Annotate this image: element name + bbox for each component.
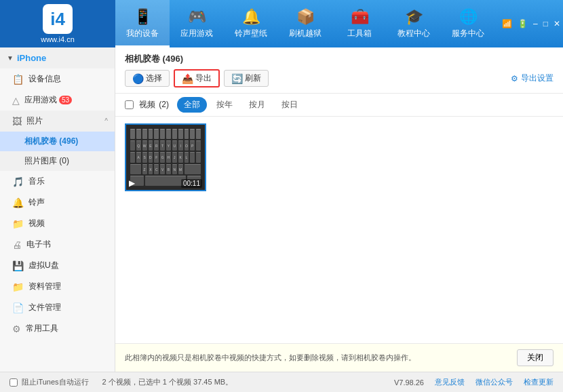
close-icon[interactable]: ✕	[554, 19, 560, 28]
export-settings-button[interactable]: ⚙ 导出设置	[511, 73, 554, 84]
content-area: 相机胶卷 (496) 🔵 选择 📤 导出 🔄 刷新	[115, 47, 563, 372]
content-body: Q W E R T Y U I O P	[115, 117, 563, 343]
sidebar-item-file-mgmt[interactable]: 📁 资料管理	[0, 276, 115, 297]
top-right-icons: 📶 🔋 – □ ✕	[495, 19, 563, 28]
sidebar-item-music[interactable]: 🎵 音乐	[0, 171, 115, 192]
logo-text: www.i4.cn	[41, 35, 75, 43]
update-link[interactable]: 检查更新	[524, 377, 554, 387]
nav-item-toolbox[interactable]: 🧰 工具箱	[332, 0, 387, 47]
content-header: 相机胶卷 (496) 🔵 选择 📤 导出 🔄 刷新	[115, 47, 563, 94]
refresh-button[interactable]: 🔄 刷新	[224, 70, 269, 87]
status-stats: 2 个视频，已选中 1 个视频 37.45 MB。	[102, 377, 233, 387]
logo-icon: i4	[50, 9, 65, 30]
toolbox-icon: 🧰	[351, 8, 369, 26]
sidebar-item-video[interactable]: 📁 视频	[0, 213, 115, 234]
ebook-icon: 🖨	[12, 239, 22, 250]
wifi-icon: 📶	[502, 19, 512, 28]
minimize-icon[interactable]: –	[533, 19, 538, 28]
feedback-link[interactable]: 意见反馈	[435, 377, 465, 387]
export-icon: 📤	[182, 73, 193, 84]
filter-video-label: 视频 (2)	[139, 99, 169, 111]
top-bar: i4 www.i4.cn 📱 我的设备 🎮 应用游戏 🔔 铃声壁纸 📦 刷机越狱…	[0, 0, 563, 47]
udisk-icon: 💾	[12, 260, 24, 271]
nav-item-tutorial[interactable]: 🎓 教程中心	[387, 0, 441, 47]
device-info-icon: 📋	[12, 74, 24, 85]
content-title: 相机胶卷 (496)	[125, 53, 554, 65]
photos-collapse-icon: ^	[104, 117, 108, 125]
tutorial-icon: 🎓	[405, 8, 423, 26]
ringtone-sidebar-icon: 🔔	[12, 197, 24, 208]
sidebar-label-ebook: 电子书	[26, 239, 51, 250]
logo-box: i4	[43, 4, 73, 34]
media-item-video-1[interactable]: Q W E R T Y U I O P	[125, 123, 206, 191]
sidebar-item-udisk[interactable]: 💾 虚拟U盘	[0, 255, 115, 276]
select-button[interactable]: 🔵 选择	[125, 70, 170, 87]
tools-icon: ⚙	[12, 324, 21, 334]
music-icon: 🎵	[12, 176, 24, 187]
itunes-auto-run-checkbox[interactable]	[9, 378, 18, 387]
nav-item-service[interactable]: 🌐 服务中心	[441, 0, 495, 47]
refresh-label: 刷新	[245, 73, 261, 84]
sidebar-item-ringtone[interactable]: 🔔 铃声	[0, 192, 115, 213]
doc-mgmt-icon: 📄	[12, 302, 24, 313]
filter-tab-all[interactable]: 全部	[177, 97, 207, 113]
bottom-info-message: 此相簿内的视频只是相机胶卷中视频的快捷方式，如要删除视频，请到相机胶卷内操作。	[125, 353, 416, 363]
export-button[interactable]: 📤 导出	[174, 69, 220, 87]
nav-label-app-games: 应用游戏	[180, 28, 213, 39]
close-button[interactable]: 关闭	[517, 349, 554, 366]
logo-area: i4 www.i4.cn	[0, 0, 115, 47]
sidebar-label-doc-mgmt: 文件管理	[28, 302, 61, 313]
export-settings-label: 导出设置	[521, 73, 554, 84]
wechat-link[interactable]: 微信公众号	[475, 377, 513, 387]
main-layout: ▼ iPhone 📋 设备信息 △ 应用游戏 53 🖼 照片 ^ 相机胶卷 (4…	[0, 47, 563, 372]
sidebar-label-udisk: 虚拟U盘	[28, 260, 59, 271]
sidebar-item-app-games[interactable]: △ 应用游戏 53	[0, 90, 115, 111]
maximize-icon[interactable]: □	[543, 19, 548, 28]
filter-checkbox[interactable]	[125, 100, 134, 109]
filter-tab-by-day[interactable]: 按日	[275, 97, 305, 113]
nav-item-ringtone[interactable]: 🔔 铃声壁纸	[224, 0, 278, 47]
filter-row: 视频 (2) 全部 按年 按月 按日	[115, 94, 563, 117]
media-grid: Q W E R T Y U I O P	[125, 123, 554, 191]
select-label: 选择	[146, 73, 162, 84]
settings-gear-icon: ⚙	[511, 74, 518, 83]
app-games-badge: 53	[59, 96, 72, 104]
status-right: V7.98.26 意见反馈 微信公众号 检查更新	[394, 377, 554, 387]
jailbreak-icon: 📦	[296, 8, 315, 26]
video-duration: 00:11	[181, 179, 202, 188]
nav-item-my-device[interactable]: 📱 我的设备	[115, 0, 170, 47]
nav-label-tutorial: 教程中心	[397, 28, 430, 39]
phone-icon: 📱	[134, 8, 152, 26]
nav-label-my-device: 我的设备	[126, 28, 159, 39]
export-label: 导出	[195, 73, 212, 84]
sidebar-item-ebook[interactable]: 🖨 电子书	[0, 234, 115, 255]
filter-tab-by-year[interactable]: 按年	[210, 97, 239, 113]
app-games-icon: △	[12, 95, 20, 106]
bottom-info-bar: 此相簿内的视频只是相机胶卷中视频的快捷方式，如要删除视频，请到相机胶卷内操作。 …	[115, 343, 563, 372]
nav-label-ringtone: 铃声壁纸	[235, 28, 267, 39]
sidebar-photos-label[interactable]: 🖼 照片 ^	[0, 111, 115, 132]
filter-tab-by-month[interactable]: 按月	[242, 97, 272, 113]
nav-item-app-games[interactable]: 🎮 应用游戏	[170, 0, 224, 47]
sidebar: ▼ iPhone 📋 设备信息 △ 应用游戏 53 🖼 照片 ^ 相机胶卷 (4…	[0, 47, 115, 372]
select-icon: 🔵	[132, 73, 144, 84]
nav-item-jailbreak[interactable]: 📦 刷机越狱	[278, 0, 332, 47]
sidebar-photos-group: 🖼 照片 ^ 相机胶卷 (496) 照片图库 (0)	[0, 111, 115, 171]
sidebar-label-device-info: 设备信息	[28, 73, 61, 85]
sidebar-item-doc-mgmt[interactable]: 📄 文件管理	[0, 297, 115, 318]
service-icon: 🌐	[459, 8, 478, 26]
sidebar-label-photo-library: 照片图库 (0)	[24, 156, 69, 165]
sidebar-item-device-info[interactable]: 📋 设备信息	[0, 68, 115, 90]
sidebar-device[interactable]: ▼ iPhone	[0, 47, 115, 68]
sidebar-label-app-games: 应用游戏	[24, 94, 57, 106]
sidebar-sub-photo-library[interactable]: 照片图库 (0)	[0, 151, 115, 171]
sidebar-label-photos: 照片	[26, 115, 43, 127]
file-mgmt-icon: 📁	[12, 281, 24, 292]
sidebar-sub-camera-roll[interactable]: 相机胶卷 (496)	[0, 132, 115, 151]
toolbar: 🔵 选择 📤 导出 🔄 刷新 ⚙ 导出设置	[125, 69, 554, 87]
sidebar-label-camera-roll: 相机胶卷 (496)	[24, 136, 78, 146]
sidebar-item-tools[interactable]: ⚙ 常用工具	[0, 318, 115, 339]
status-bar: 阻止iTunes自动运行 2 个视频，已选中 1 个视频 37.45 MB。 V…	[0, 372, 563, 392]
nav-right: 📶 🔋 – □ ✕ ⬇	[495, 13, 563, 35]
battery-icon: 🔋	[518, 19, 528, 28]
